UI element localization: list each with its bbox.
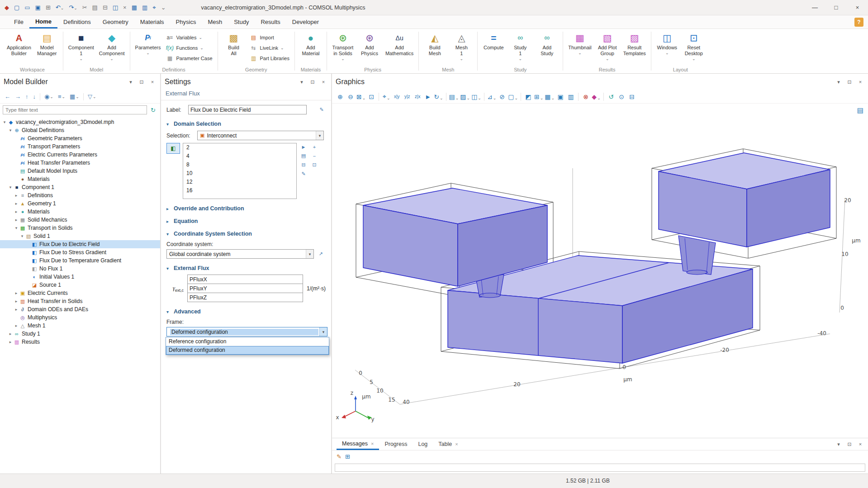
save-as-icon[interactable]: ⊞ [46, 4, 51, 11]
tree-right-arrow-icon[interactable]: ▸ [14, 299, 19, 303]
flux-x-input[interactable] [187, 275, 303, 284]
active-selection-toggle[interactable]: ◧ [166, 143, 180, 154]
import-button[interactable]: ▤ Import [248, 33, 291, 42]
rotate-view-icon[interactable]: ↻⌄ [434, 92, 443, 102]
domain-selection-combobox[interactable]: ▣ Interconnect ▾ [197, 131, 324, 140]
tree-item-electric-currents-parameters[interactable]: PiElectric Currents Parameters [0, 151, 160, 159]
tree-item-transport-parameters[interactable]: PiTransport Parameters [0, 142, 160, 151]
tree-item-global-definitions[interactable]: ▾⊕Global Definitions [0, 126, 160, 134]
cut-icon[interactable]: ✂ [82, 4, 87, 11]
collapse-options-button[interactable]: ≡⌄ [56, 92, 67, 101]
redo-icon[interactable]: ↷⌄ [69, 4, 77, 11]
study-1-button[interactable]: ∞ Study 1 ⌄ [508, 31, 533, 62]
flux-y-input[interactable] [187, 284, 303, 293]
panel-float-icon[interactable]: ⊡ [138, 78, 146, 86]
help-icon[interactable]: ? [854, 18, 863, 27]
frame-option-reference-configuration[interactable]: Reference configuration [166, 337, 329, 346]
copy-icon[interactable]: ▤ [92, 4, 98, 11]
component-1-button[interactable]: ■ Component 1 ⌄ [66, 31, 96, 62]
tree-filter-input[interactable] [3, 105, 147, 114]
forward-button[interactable]: → [13, 92, 23, 101]
panel-float-icon[interactable]: ⊡ [845, 440, 854, 448]
paste-selection-icon[interactable]: ⊟ [299, 161, 308, 169]
tab-log[interactable]: Log [413, 438, 433, 450]
menu-study[interactable]: Study [228, 15, 255, 28]
tree-item-source-1[interactable]: ◪Source 1 [0, 281, 160, 289]
selection-list-item[interactable]: 8 [183, 161, 296, 169]
tree-item-heat-transfer-parameters[interactable]: PiHeat Transfer Parameters [0, 159, 160, 167]
menu-materials[interactable]: Materials [134, 15, 170, 28]
tree-item-geometry-1[interactable]: ▸▲Geometry 1 [0, 199, 160, 208]
activate-selection-icon[interactable]: ► [299, 143, 308, 151]
section-coordinate-system[interactable]: ▾ Coordinate System Selection [166, 231, 326, 237]
3d-scene[interactable] [332, 104, 868, 438]
tree-right-arrow-icon[interactable]: ▸ [14, 201, 19, 206]
view-xy-plane-icon[interactable]: x|y [392, 92, 401, 102]
tree-item-vacancy-electromigration-3dmodel-mph[interactable]: ▾◆vacancy_electromigration_3Dmodel.mph [0, 118, 160, 126]
back-button[interactable]: ← [3, 92, 12, 101]
view-zx-plane-icon[interactable]: z|x [413, 92, 422, 102]
functions-button[interactable]: f(x) Functions ⌄ [164, 43, 214, 52]
tree-item-domain-odes-and-daes[interactable]: ▸∂Domain ODEs and DAEs [0, 305, 160, 313]
model-manager-button[interactable]: ▤ Model Manager [34, 31, 60, 57]
variables-button[interactable]: a= Variables ⌄ [164, 33, 214, 42]
node-grouping-button[interactable]: ▦⌄ [68, 92, 81, 101]
section-advanced[interactable]: ▾ Advanced [166, 308, 326, 315]
menu-file[interactable]: File [8, 15, 29, 28]
show-material-color-icon[interactable]: ▦⌄ [545, 92, 555, 102]
menu-mesh[interactable]: Mesh [202, 15, 228, 28]
select-box-icon[interactable]: ▢⌄ [508, 92, 518, 102]
selection-list-item[interactable]: 2 [183, 143, 296, 152]
toolbar-options-caret-icon[interactable]: ⌄ [161, 4, 166, 11]
menu-developer[interactable]: Developer [286, 15, 325, 28]
tree-item-component-1[interactable]: ▾■Component 1 [0, 183, 160, 191]
domain-selection-list[interactable]: 248101216 [183, 143, 297, 199]
save-icon[interactable]: ▣ [35, 4, 41, 11]
paste-icon[interactable]: ⊟ [103, 4, 108, 11]
add-material-button[interactable]: ● Add Material [298, 31, 323, 57]
tree-item-definitions[interactable]: ▸≡Definitions [0, 191, 160, 199]
add-mathematics-button[interactable]: Δu Add Mathematics [384, 31, 415, 62]
application-builder-button[interactable]: A Application Builder [5, 31, 33, 57]
frame-option-deformed-configuration[interactable]: Deformed configuration [166, 346, 329, 355]
tree-down-arrow-icon[interactable]: ▾ [8, 185, 13, 190]
section-external-flux[interactable]: ▾ External Flux [166, 265, 326, 271]
plot-properties-icon[interactable]: ▤ [857, 106, 863, 114]
section-override-and-contribution[interactable]: ▸ Override and Contribution [166, 205, 326, 212]
move-up-button[interactable]: ↑ [24, 92, 30, 101]
filter-options-button[interactable]: ▽⌄ [86, 92, 98, 101]
tree-right-arrow-icon[interactable]: ▸ [14, 218, 19, 222]
tree-right-arrow-icon[interactable]: ▸ [8, 332, 13, 336]
close-tab-icon[interactable]: × [455, 441, 458, 447]
panel-menu-icon[interactable]: ▾ [298, 78, 306, 86]
edit-selection-icon[interactable]: ✎ [299, 170, 308, 178]
tree-item-solid-mechanics[interactable]: ▸▦Solid Mechanics [0, 216, 160, 224]
search-icon[interactable]: ⌖ [152, 4, 156, 11]
evaluate-table-icon[interactable]: ▥ [142, 4, 147, 11]
copy-selection-icon[interactable]: ▤ [299, 152, 308, 160]
tree-right-arrow-icon[interactable]: ▸ [14, 209, 19, 214]
deselect-icon[interactable]: ⊘ [498, 92, 507, 102]
reset-desktop-button[interactable]: ⊡ Reset Desktop ⌄ [681, 31, 707, 62]
new-file-icon[interactable]: ▢ [14, 4, 19, 11]
flux-z-input[interactable] [187, 293, 303, 302]
livelink-button[interactable]: ⇆ LiveLink ⌄ [248, 43, 291, 52]
tree-item-solid-1[interactable]: ▾▧Solid 1 [0, 232, 160, 240]
add-component-button[interactable]: ◆ Add Component ⌄ [97, 31, 127, 62]
undo-icon[interactable]: ↶⌄ [56, 4, 64, 11]
add-study-button[interactable]: ∞ Add Study [534, 31, 560, 62]
panel-menu-icon[interactable]: ▾ [835, 78, 843, 86]
rename-label-icon[interactable]: ✎ [318, 106, 326, 114]
menu-results[interactable]: Results [255, 15, 286, 28]
show-options-button[interactable]: ◉⌄ [43, 92, 55, 101]
view-yz-plane-icon[interactable]: y|z [403, 92, 412, 102]
menu-geometry[interactable]: Geometry [97, 15, 134, 28]
tab-messages[interactable]: Messages × [337, 438, 379, 450]
selection-list-item[interactable]: 4 [183, 152, 296, 161]
tree-item-heat-transfer-in-solids[interactable]: ▸▥Heat Transfer in Solids [0, 297, 160, 305]
part-libraries-button[interactable]: ▥ Part Libraries [248, 53, 291, 63]
parameter-case-button[interactable]: ▦ Parameter Case [164, 53, 214, 63]
zoom-to-selection-icon[interactable]: ⊡ [367, 92, 376, 102]
tree-item-electric-currents[interactable]: ▸▣Electric Currents [0, 289, 160, 297]
windows-button[interactable]: ◫ Windows ⌄ [655, 31, 680, 62]
